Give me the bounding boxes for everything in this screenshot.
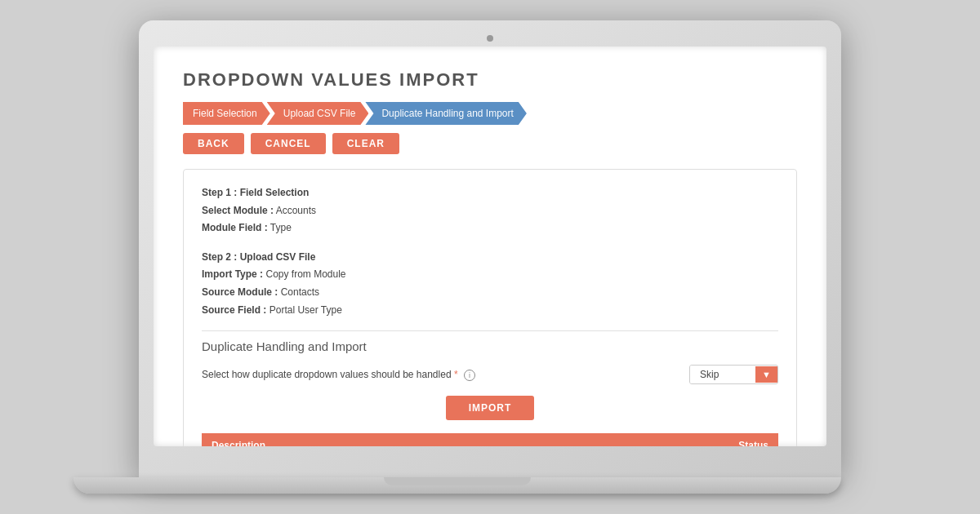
section-divider xyxy=(202,330,778,331)
back-button[interactable]: BACK xyxy=(183,133,244,154)
clear-button[interactable]: CLEAR xyxy=(332,133,399,154)
table-header-row: Description Status xyxy=(202,433,778,446)
duplicate-label: Select how duplicate dropdown values sho… xyxy=(202,369,475,381)
dropdown-arrow-icon: ▼ xyxy=(755,366,777,383)
info-icon[interactable]: i xyxy=(464,370,475,381)
page-title: DROPDOWN VALUES IMPORT xyxy=(183,69,797,91)
duplicate-section-heading: Duplicate Handling and Import xyxy=(202,339,778,353)
duplicate-handling-row: Select how duplicate dropdown values sho… xyxy=(202,365,778,384)
step-upload-csv[interactable]: Upload CSV File xyxy=(267,102,369,125)
step1-heading: Step 1 : Field Selection xyxy=(202,184,778,202)
results-table: Description Status Total dropdown values… xyxy=(202,433,778,446)
step-duplicate-handling[interactable]: Duplicate Handling and Import xyxy=(365,102,526,125)
steps-breadcrumb: Field Selection Upload CSV File Duplicat… xyxy=(183,102,797,125)
import-row: IMPORT xyxy=(202,396,778,420)
col-description: Description xyxy=(202,433,626,446)
cancel-button[interactable]: CANCEL xyxy=(251,133,326,154)
laptop-camera xyxy=(487,35,493,42)
col-status: Status xyxy=(626,433,778,446)
step-field-selection[interactable]: Field Selection xyxy=(183,102,270,125)
import-type-row: Import Type : Copy from Module xyxy=(202,266,778,284)
laptop-screen-frame: DROPDOWN VALUES IMPORT Field Selection U… xyxy=(139,20,841,477)
step2-heading: Step 2 : Upload CSV File xyxy=(202,249,778,267)
laptop-base xyxy=(74,477,841,494)
duplicate-dropdown[interactable]: Skip ▼ xyxy=(689,365,778,384)
screen-content: DROPDOWN VALUES IMPORT Field Selection U… xyxy=(154,47,826,446)
source-module-row: Source Module : Contacts xyxy=(202,284,778,302)
action-buttons-row: BACK CANCEL CLEAR xyxy=(183,133,797,154)
laptop-screen: DROPDOWN VALUES IMPORT Field Selection U… xyxy=(154,47,826,446)
import-button[interactable]: IMPORT xyxy=(446,396,535,420)
source-field-row: Source Field : Portal User Type xyxy=(202,302,778,320)
laptop-container: DROPDOWN VALUES IMPORT Field Selection U… xyxy=(106,20,874,494)
laptop-base-notch xyxy=(384,477,531,485)
module-field-row: Module Field : Type xyxy=(202,219,778,237)
summary-section: Step 1 : Field Selection Select Module :… xyxy=(202,184,778,237)
main-card: Step 1 : Field Selection Select Module :… xyxy=(183,169,797,446)
summary-section-2: Step 2 : Upload CSV File Import Type : C… xyxy=(202,249,778,319)
dropdown-value: Skip xyxy=(690,366,755,383)
select-module-row: Select Module : Accounts xyxy=(202,202,778,220)
